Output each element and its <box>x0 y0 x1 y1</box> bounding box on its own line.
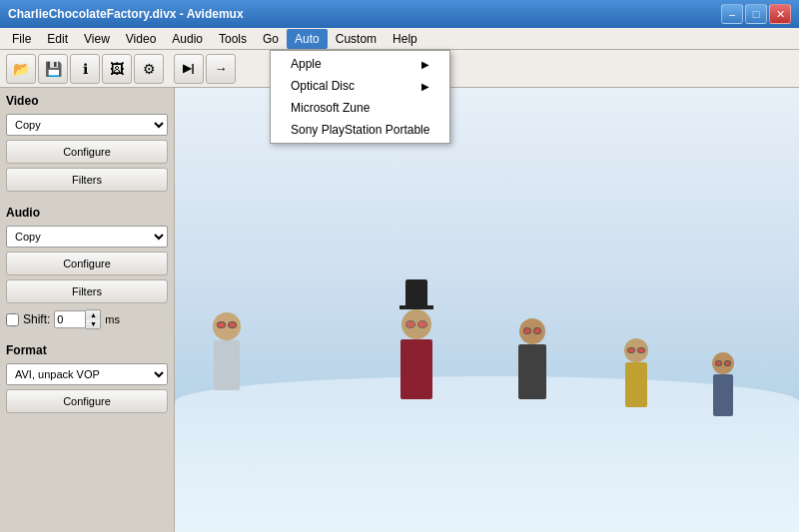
open-button[interactable]: 📂 <box>6 54 36 84</box>
dropdown-item-playstation[interactable]: Sony PlayStation Portable <box>271 119 449 141</box>
figure-1 <box>213 312 241 390</box>
figure-3 <box>518 318 546 399</box>
menu-audio[interactable]: Audio <box>164 29 211 49</box>
menu-video[interactable]: Video <box>118 29 164 49</box>
info-button[interactable]: ℹ <box>70 54 100 84</box>
minimize-button[interactable]: – <box>721 4 743 24</box>
title-bar: CharlieChocolateFactory.divx - Avidemux … <box>0 0 799 28</box>
submenu-arrow-icon: ▶ <box>421 81 429 92</box>
shift-spin-buttons: ▲ ▼ <box>86 309 101 329</box>
head-1 <box>213 312 241 340</box>
audio-section-label: Audio <box>6 206 168 220</box>
figure-4 <box>624 338 648 407</box>
shift-down-button[interactable]: ▼ <box>86 319 100 328</box>
body-4 <box>625 362 647 407</box>
head-wonka <box>401 309 431 339</box>
section-divider-2 <box>6 333 168 339</box>
shift-row: Shift: ▲ ▼ ms <box>6 309 168 329</box>
body-3 <box>518 344 546 399</box>
figure-5 <box>712 352 734 416</box>
body-wonka <box>400 339 432 399</box>
output-button[interactable]: → <box>206 54 236 84</box>
window-title: CharlieChocolateFactory.divx - Avidemux <box>8 7 244 21</box>
video-scene <box>175 88 799 532</box>
figure-wonka <box>400 279 433 399</box>
dropdown-item-zune[interactable]: Microsoft Zune <box>271 97 449 119</box>
top-hat <box>405 279 427 307</box>
menu-tools[interactable]: Tools <box>211 29 255 49</box>
shift-input[interactable] <box>54 310 86 328</box>
menu-auto[interactable]: Auto <box>287 29 328 49</box>
section-divider-1 <box>6 196 168 202</box>
video-section-label: Video <box>6 94 168 108</box>
shift-checkbox[interactable] <box>6 313 19 326</box>
goggles-3 <box>523 327 541 334</box>
wonka-glasses <box>405 320 427 328</box>
menu-custom[interactable]: Custom <box>328 29 385 49</box>
shift-spinner: ▲ ▼ <box>54 309 101 329</box>
head-4 <box>624 338 648 362</box>
dropdown-item-optical-disc[interactable]: Optical Disc ▶ <box>271 75 449 97</box>
pref-button[interactable]: ⚙ <box>134 54 164 84</box>
goggles-5 <box>715 360 731 366</box>
hat-brim <box>400 305 433 309</box>
body-5 <box>713 374 733 416</box>
menu-bar: File Edit View Video Audio Tools Go Auto… <box>0 28 799 50</box>
head-5 <box>712 352 734 374</box>
menu-view[interactable]: View <box>76 29 118 49</box>
format-select[interactable]: AVI, unpack VOP AVI MKV MP4 <box>6 363 168 385</box>
menu-file[interactable]: File <box>4 29 39 49</box>
video-codec-select[interactable]: Copy H.264 MPEG-4 AVC <box>6 114 168 136</box>
submenu-arrow-icon: ▶ <box>421 59 429 70</box>
format-section-label: Format <box>6 343 168 357</box>
ms-unit-label: ms <box>105 313 120 325</box>
save-button[interactable]: 💾 <box>38 54 68 84</box>
menu-go[interactable]: Go <box>255 29 287 49</box>
menu-help[interactable]: Help <box>385 29 425 49</box>
format-configure-button[interactable]: Configure <box>6 389 168 413</box>
audio-configure-button[interactable]: Configure <box>6 252 168 275</box>
goggles-4 <box>627 347 645 353</box>
goggles-1 <box>217 321 237 328</box>
snow-ground <box>175 376 799 532</box>
video-configure-button[interactable]: Configure <box>6 140 168 164</box>
head-3 <box>519 318 545 344</box>
auto-dropdown-menu: Apple ▶ Optical Disc ▶ Microsoft Zune So… <box>270 50 450 144</box>
menu-edit[interactable]: Edit <box>39 29 76 49</box>
maximize-button[interactable]: □ <box>745 4 767 24</box>
audio-filters-button[interactable]: Filters <box>6 279 168 303</box>
shift-up-button[interactable]: ▲ <box>86 310 100 319</box>
body-1 <box>214 340 240 390</box>
window-controls: – □ ✕ <box>721 4 791 24</box>
dropdown-item-apple[interactable]: Apple ▶ <box>271 53 449 75</box>
encode-button[interactable]: ▶| <box>174 54 204 84</box>
shift-label: Shift: <box>23 312 50 326</box>
close-button[interactable]: ✕ <box>769 4 791 24</box>
main-content: Video Copy H.264 MPEG-4 AVC Configure Fi… <box>0 88 799 532</box>
snapshot-button[interactable]: 🖼 <box>102 54 132 84</box>
video-filters-button[interactable]: Filters <box>6 168 168 192</box>
audio-codec-select[interactable]: Copy AAC MP3 <box>6 226 168 248</box>
video-preview <box>175 88 799 532</box>
left-panel: Video Copy H.264 MPEG-4 AVC Configure Fi… <box>0 88 175 532</box>
